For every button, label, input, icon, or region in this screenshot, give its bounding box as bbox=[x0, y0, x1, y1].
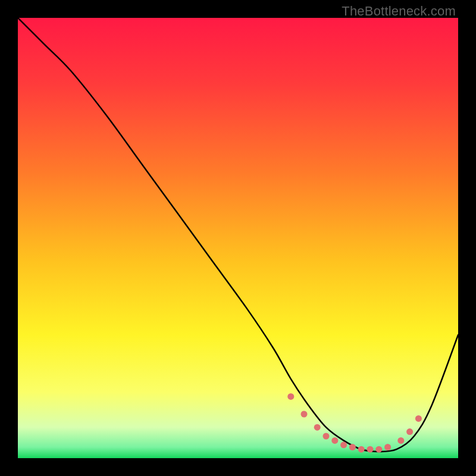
curve-marker bbox=[415, 415, 422, 422]
curve-marker bbox=[384, 444, 391, 450]
curve-marker bbox=[397, 437, 404, 444]
curve-marker bbox=[406, 428, 413, 435]
curve-marker bbox=[287, 393, 294, 400]
curve-marker bbox=[323, 433, 330, 440]
curve-marker bbox=[358, 446, 365, 453]
curve-marker bbox=[349, 444, 356, 450]
chart-svg bbox=[18, 18, 458, 458]
curve-marker bbox=[331, 437, 338, 444]
curve-marker bbox=[314, 424, 321, 431]
curve-marker bbox=[375, 446, 382, 453]
curve-marker bbox=[367, 446, 374, 453]
curve-marker bbox=[340, 441, 347, 448]
curve-marker bbox=[301, 411, 308, 418]
watermark-text: TheBottleneck.com bbox=[342, 4, 456, 19]
chart-frame bbox=[18, 18, 458, 458]
chart-background bbox=[18, 18, 458, 458]
